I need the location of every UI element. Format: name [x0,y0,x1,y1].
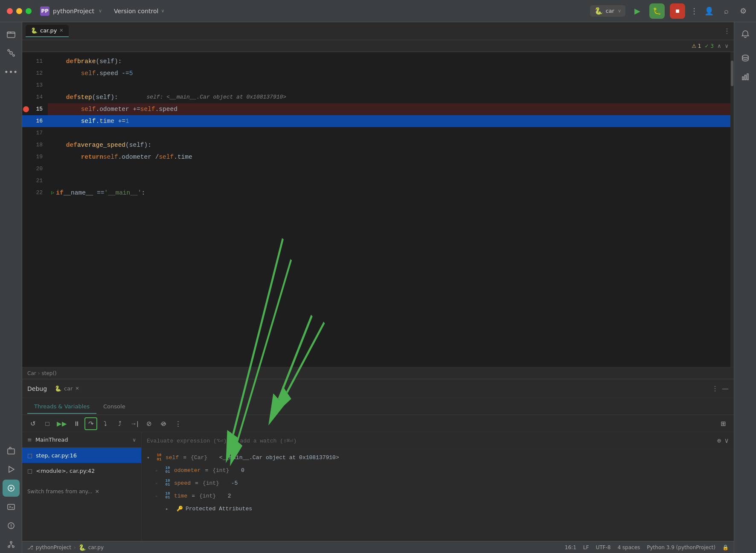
right-sidebar-notifications-icon[interactable] [737,26,754,43]
run-configuration[interactable]: 🐍 car ∨ [590,5,625,17]
resume-button[interactable]: ▶▶ [55,417,68,430]
line-num-15: 15 [22,103,48,115]
var-self-expand-icon[interactable]: ▾ [147,455,153,460]
tab-console[interactable]: Console [96,400,132,414]
debug-session-tab[interactable]: 🐍 car ✕ [51,384,83,393]
right-sidebar-database-icon[interactable] [737,49,754,67]
code-line-19: return self.odometer / self.time [48,151,730,163]
sidebar-item-debug[interactable] [3,480,20,497]
line-num-16: 16 [22,115,48,127]
maximize-button[interactable] [26,8,32,14]
add-profile-icon[interactable]: 👤 [703,5,715,17]
status-left: ⎇ pythonProject › 🐍 car.py [27,544,104,551]
sidebar-item-folder[interactable] [3,26,20,43]
switch-frames-close-icon[interactable]: ✕ [95,489,99,495]
version-control-selector[interactable]: Version control ∨ [114,8,165,15]
tab-close-icon[interactable]: ✕ [59,28,63,33]
lock-icon: 🔒 [722,544,729,550]
search-icon[interactable]: ⌕ [720,5,732,17]
svg-rect-4 [8,449,15,454]
watch-expand-icon[interactable]: ∨ [724,437,729,445]
debug-icon: 🐛 [653,7,661,15]
project-chevron-icon[interactable]: ∨ [99,8,102,14]
sidebar-item-run[interactable] [3,461,20,478]
debug-button[interactable]: 🐛 [649,3,665,19]
step-out-button[interactable]: ⤴ [113,417,126,430]
tab-threads-variables[interactable]: Threads & Variables [27,400,96,414]
debug-panel-title: Debug [27,385,47,392]
line-num-13: 13 [22,79,48,91]
var-odometer-expand-icon[interactable]: ▸ [155,468,161,473]
sidebar-item-todo[interactable] [3,517,20,534]
var-int-icon-time: 1001 [164,492,172,500]
nav-down-icon[interactable]: ∨ [724,43,729,49]
line-num-19: 19 [22,151,48,163]
debug-minimize-icon[interactable]: — [722,384,729,393]
more-options-icon[interactable]: ⋮ [690,6,698,15]
project-name[interactable]: pythonProject [53,8,94,15]
sidebar-item-git[interactable] [3,44,20,61]
code-editor[interactable]: 11 12 13 14 15 16 17 18 19 20 21 [22,52,734,367]
var-speed[interactable]: ▸ 1001 speed = {int} -5 [142,477,734,489]
line-num-21: 21 [22,175,48,187]
svg-rect-17 [744,75,746,80]
var-odometer[interactable]: ▸ 1001 odometer = {int} 0 [142,464,734,477]
minimize-button[interactable] [16,8,22,14]
nav-up-icon[interactable]: ∧ [717,43,721,49]
run-to-cursor-button[interactable]: →| [128,417,141,430]
breadcrumb-class: Car [27,370,36,376]
sidebar-item-vcs[interactable] [3,536,20,553]
thread-expand-icon[interactable]: ∨ [132,437,136,443]
debug-session-close-icon[interactable]: ✕ [76,386,79,391]
breakpoint-indicator [23,106,29,112]
close-button[interactable] [7,8,13,14]
clear-icon: ⊘ [161,420,166,428]
code-line-13 [48,79,730,91]
main-layout: ••• 🐍 car.py ✕ [0,22,756,553]
var-self[interactable]: ▾ 1001 self = {Car} <__main__.Car object… [142,451,734,464]
run-button[interactable]: ▶ [631,4,644,18]
code-line-18: def average_speed(self): [48,139,730,151]
debug-settings-icon[interactable]: ⋮ [712,384,718,393]
var-time-expand-icon[interactable]: ▸ [155,493,161,499]
debug-panel: Debug 🐍 car ✕ ⋮ — Threads & Variables Co… [22,379,734,541]
warning-badge: ⚠ 1 [692,43,701,49]
svg-point-2 [8,49,9,51]
var-protected-attributes[interactable]: ▸ 🔑 Protected Attributes [142,502,734,515]
stop-button[interactable]: ■ [670,3,685,19]
pause-button[interactable]: ⏸ [70,417,83,430]
titlebar: PP pythonProject ∨ Version control ∨ 🐍 c… [0,0,756,22]
step-over-button[interactable]: ↷ [84,417,97,430]
thread-frame-module[interactable]: □ <module>, car.py:42 [22,463,141,478]
sidebar-item-more[interactable]: ••• [3,63,20,80]
var-speed-expand-icon[interactable]: ▸ [155,480,161,486]
clear-all-button[interactable]: ⊘ [157,417,170,430]
stop-debug-button[interactable]: □ [41,417,54,430]
sidebar-item-packages[interactable] [3,442,20,459]
tab-more-icon[interactable]: ⋮ [724,27,730,35]
thread-icon: ≡ [27,437,32,443]
thread-frame-step[interactable]: □ step, car.py:16 [22,448,141,463]
layout-button[interactable]: ⊞ [717,417,730,430]
step-over-icon: ↷ [88,420,94,428]
debug-more-button[interactable]: ⋮ [172,417,184,430]
restart-icon: ↺ [30,420,36,428]
sidebar-item-terminal[interactable] [3,498,20,515]
editor-scrollbar[interactable] [730,52,734,367]
code-line-14: def step(self): self: <__main__.Car obje… [48,91,730,103]
restart-debug-button[interactable]: ↺ [26,417,39,430]
tab-car-py[interactable]: 🐍 car.py ✕ [26,25,69,37]
var-time[interactable]: ▸ 1001 time = {int} 2 [142,489,734,502]
var-protected-expand-icon[interactable]: ▸ [166,506,172,512]
step-into-button[interactable]: ⤵ [99,417,112,430]
svg-rect-18 [747,74,748,80]
add-watch-icon[interactable]: ⊕ [717,437,721,445]
pause-icon: ⏸ [73,420,80,427]
git-branch-icon: ⎇ [27,544,33,550]
right-sidebar-chart-icon[interactable] [737,68,754,85]
settings-icon[interactable]: ⚙ [737,5,749,17]
code-line-22: ▷ if __name__ == '__main__': [48,187,730,199]
svg-rect-16 [742,77,744,80]
mute-breakpoints-button[interactable]: ⊘ [142,417,155,430]
variable-list: ▾ 1001 self = {Car} <__main__.Car object… [142,449,734,541]
